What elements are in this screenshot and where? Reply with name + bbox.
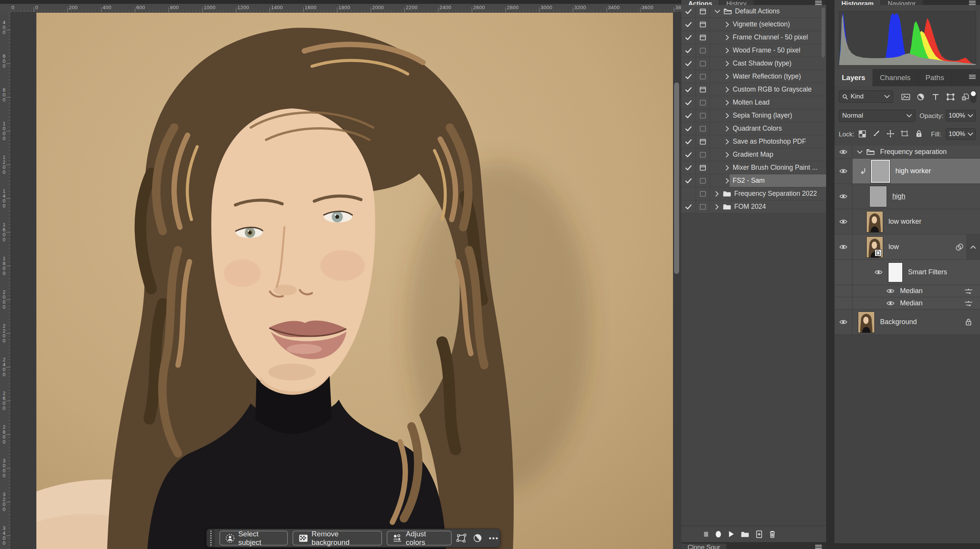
panel-menu-icon[interactable] bbox=[969, 0, 976, 5]
lock-all-button[interactable] bbox=[913, 128, 924, 139]
layer-row-frequency-separation[interactable]: Frequency separation bbox=[835, 146, 980, 159]
action-dialog-toggle[interactable] bbox=[696, 83, 710, 96]
eye-icon[interactable] bbox=[839, 193, 848, 199]
action-include-toggle[interactable] bbox=[681, 122, 696, 135]
action-include-toggle[interactable] bbox=[681, 18, 696, 31]
collapse-chevron-icon[interactable] bbox=[970, 245, 976, 249]
chevron-right-icon[interactable] bbox=[715, 204, 719, 210]
lock-paint-button[interactable] bbox=[871, 128, 882, 139]
tab-clone-source[interactable]: Clone Sour bbox=[681, 544, 726, 549]
action-row-content[interactable]: Quadrant Colors bbox=[710, 122, 826, 135]
lock-move-button[interactable] bbox=[885, 128, 896, 139]
action-dialog-toggle[interactable] bbox=[696, 5, 710, 18]
layer-visibility-cell[interactable] bbox=[835, 209, 853, 234]
action-include-toggle[interactable] bbox=[681, 161, 696, 174]
smart-filter-circles-icon[interactable] bbox=[955, 243, 965, 251]
select-subject-button[interactable]: Select subject bbox=[219, 531, 287, 546]
action-include-toggle[interactable] bbox=[681, 174, 696, 187]
chevron-right-icon[interactable] bbox=[725, 139, 730, 144]
chevron-right-icon[interactable] bbox=[725, 165, 730, 170]
action-include-toggle[interactable] bbox=[681, 57, 696, 70]
filter-blend-icon[interactable] bbox=[964, 300, 973, 307]
chevron-right-icon[interactable] bbox=[715, 191, 719, 197]
layer-name[interactable]: Median bbox=[900, 287, 923, 295]
action-dialog-toggle[interactable] bbox=[696, 31, 710, 44]
action-dialog-toggle[interactable] bbox=[696, 109, 710, 122]
action-row-content[interactable]: Gradient Map bbox=[710, 148, 826, 161]
tab-layers[interactable]: Layers bbox=[835, 69, 872, 86]
action-row-content[interactable]: Default Actions bbox=[710, 5, 826, 18]
adjust-colors-button[interactable]: Adjust colors bbox=[387, 531, 452, 546]
chevron-down-icon[interactable] bbox=[715, 10, 720, 13]
chevron-right-icon[interactable] bbox=[725, 113, 730, 118]
action-row[interactable]: Cast Shadow (type) bbox=[681, 57, 826, 70]
action-row[interactable]: Default Actions bbox=[681, 5, 826, 18]
layer-thumbnail[interactable] bbox=[866, 211, 883, 233]
chevron-right-icon[interactable] bbox=[725, 126, 730, 131]
eye-icon[interactable] bbox=[839, 244, 848, 250]
action-row-content[interactable]: Sepia Toning (layer) bbox=[710, 109, 826, 122]
action-row[interactable]: Quadrant Colors bbox=[681, 122, 826, 135]
action-row-content[interactable]: Vignette (selection) bbox=[710, 18, 826, 31]
layer-visibility-cell[interactable] bbox=[835, 310, 853, 334]
layer-name[interactable]: high bbox=[892, 192, 905, 200]
action-include-toggle[interactable] bbox=[681, 200, 696, 213]
action-dialog-toggle[interactable] bbox=[696, 148, 710, 161]
tab-histogram[interactable]: Histogram bbox=[835, 0, 880, 5]
adjustment-circle-button[interactable] bbox=[471, 532, 484, 545]
action-row-content[interactable]: Wood Frame - 50 pixel bbox=[710, 44, 826, 57]
layer-row-low-worker[interactable]: low worker bbox=[835, 209, 980, 234]
layer-row-content[interactable]: low worker bbox=[853, 209, 980, 234]
action-row[interactable]: Mixer Brush Cloning Paint ... bbox=[681, 161, 826, 174]
layer-row-median[interactable]: Median bbox=[835, 285, 980, 297]
blend-mode-dropdown[interactable]: Normal bbox=[839, 110, 915, 122]
chevron-down-icon[interactable] bbox=[857, 150, 862, 154]
chevron-right-icon[interactable] bbox=[725, 74, 730, 79]
action-include-toggle[interactable] bbox=[681, 5, 696, 18]
layer-thumbnail[interactable] bbox=[871, 160, 890, 183]
layer-row-content[interactable]: low bbox=[853, 234, 980, 259]
layer-name[interactable]: Median bbox=[900, 299, 923, 307]
action-row[interactable]: Water Reflection (type) bbox=[681, 70, 826, 83]
chevron-right-icon[interactable] bbox=[725, 178, 730, 184]
chevron-right-icon[interactable] bbox=[725, 48, 730, 53]
tab-navigator[interactable]: Navigator bbox=[880, 0, 923, 5]
layer-thumbnail[interactable] bbox=[888, 262, 903, 282]
action-row-content[interactable]: Frequency Separation 2022 bbox=[710, 187, 826, 200]
layer-name[interactable]: low worker bbox=[889, 218, 921, 226]
layer-visibility-cell[interactable] bbox=[835, 184, 853, 209]
chevron-right-icon[interactable] bbox=[725, 22, 730, 27]
tab-paths[interactable]: Paths bbox=[918, 69, 952, 86]
action-row[interactable]: Gradient Map bbox=[681, 148, 826, 161]
layer-visibility-cell[interactable] bbox=[835, 260, 853, 285]
tab-actions[interactable]: Actions bbox=[681, 0, 719, 5]
canvas-vertical-scrollbar[interactable] bbox=[674, 82, 679, 274]
layer-name[interactable]: Smart Filters bbox=[908, 268, 947, 276]
action-dialog-toggle[interactable] bbox=[696, 200, 710, 213]
action-dialog-toggle[interactable] bbox=[696, 135, 710, 148]
action-row-content[interactable]: Custom RGB to Grayscale bbox=[710, 83, 826, 96]
action-include-toggle[interactable] bbox=[681, 83, 696, 96]
action-row[interactable]: FOM 2024 bbox=[681, 200, 826, 213]
document-canvas-image[interactable] bbox=[36, 13, 673, 549]
record-button[interactable] bbox=[715, 531, 722, 538]
transform-button[interactable] bbox=[455, 532, 468, 545]
layer-row-content[interactable]: high worker bbox=[853, 159, 980, 184]
more-options-button[interactable] bbox=[487, 532, 500, 545]
panel-dock-divider[interactable] bbox=[826, 0, 835, 549]
vertical-ruler[interactable]: 4 0 06 0 08 0 01 0 0 01 2 0 01 4 0 01 6 … bbox=[0, 12, 11, 549]
action-row-content[interactable]: Frame Channel - 50 pixel bbox=[710, 31, 826, 44]
action-row-content[interactable]: Mixer Brush Cloning Paint ... bbox=[710, 161, 826, 174]
panel-menu-icon[interactable] bbox=[969, 74, 976, 79]
panel-menu-icon[interactable] bbox=[815, 544, 822, 549]
folder-button[interactable] bbox=[741, 531, 749, 538]
eye-icon[interactable] bbox=[886, 288, 895, 294]
chevron-right-icon[interactable] bbox=[725, 35, 730, 40]
action-row-content[interactable]: Cast Shadow (type) bbox=[710, 57, 826, 70]
action-dialog-toggle[interactable] bbox=[696, 57, 710, 70]
action-row[interactable]: Sepia Toning (layer) bbox=[681, 109, 826, 122]
lock-transparent-button[interactable] bbox=[857, 128, 867, 139]
eye-icon[interactable] bbox=[839, 149, 848, 155]
fill-field[interactable]: 100% bbox=[946, 128, 976, 140]
actions-scrollbar[interactable] bbox=[822, 8, 825, 57]
